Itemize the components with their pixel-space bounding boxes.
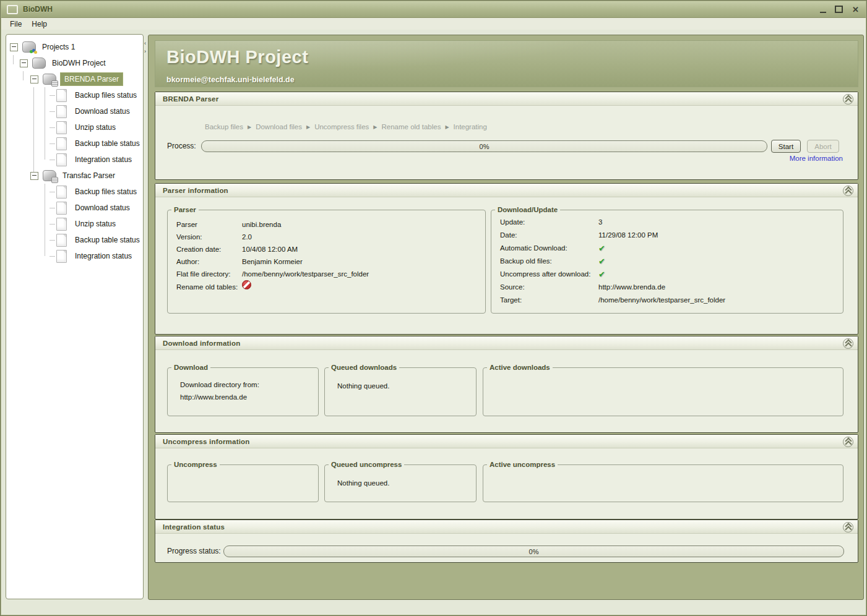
tree-node-label[interactable]: BRENDA Parser [60, 72, 123, 86]
info-row: Creation date: 10/4/08 12:00 AM [168, 243, 485, 255]
minimize-icon[interactable] [820, 6, 826, 13]
maximize-icon[interactable] [835, 6, 843, 13]
tree-node-unzip-status[interactable]: Unzip status [6, 119, 143, 135]
tree-node-label[interactable]: Download status [72, 202, 132, 213]
field-label: Update: [500, 216, 598, 229]
section-download-information: Download information Download Download d… [155, 336, 858, 433]
tree-node-transfac-parser[interactable]: Transfac Parser [6, 168, 143, 184]
tree-node-label[interactable]: Transfac Parser [60, 170, 118, 181]
page-title: BioDWH Project [166, 47, 308, 67]
tree-node-projects[interactable]: Projects 1 [6, 39, 143, 55]
tree-node-backup-table-status[interactable]: Backup table status [6, 135, 143, 152]
tree-connector-stub [50, 240, 55, 241]
fieldset-legend: Queued downloads [329, 364, 399, 371]
tree-node-biodwh-project[interactable]: BioDWH Project [6, 55, 143, 71]
field-label: Target: [500, 294, 598, 307]
section-header: Download information [155, 336, 858, 350]
tree-connector-stub [50, 95, 55, 96]
project-root-icon [22, 41, 36, 53]
parser-badge-icon [51, 177, 58, 183]
window-controls: ✕ [820, 6, 866, 13]
abort-button[interactable]: Abort [807, 140, 839, 153]
tree-connector-stub [50, 224, 55, 225]
tree-node-label[interactable]: Backup files status [72, 186, 139, 197]
info-row: Backup old files: ✔ [491, 255, 843, 268]
parser-fieldset-rows: Parser unibi.brenda Version: 2.0 Creatio… [168, 213, 485, 293]
menu-help[interactable]: Help [28, 19, 51, 30]
tree-node-label[interactable]: Backup table status [72, 138, 142, 149]
info-row: Target: /home/benny/work/testparser_src_… [491, 294, 843, 307]
parser-icon [43, 74, 56, 85]
fieldset-legend: Uncompress [171, 461, 220, 468]
collapse-expander-icon[interactable] [30, 172, 38, 180]
collapse-section-icon[interactable] [843, 338, 853, 349]
info-row: Author: Benjamin Kormeier [168, 255, 485, 268]
tree-node-brenda-parser[interactable]: BRENDA Parser [6, 71, 143, 87]
section-parser-information: Parser information Parser Parser unibi.b… [155, 183, 858, 335]
tree-node-backup-table-status[interactable]: Backup table status [6, 232, 143, 248]
document-icon [56, 186, 67, 199]
splitter-collapse-right-icon[interactable]: › [142, 47, 148, 55]
collapse-section-icon[interactable] [843, 186, 853, 196]
splitter-collapse-left-icon[interactable]: ‹ [142, 39, 148, 47]
tree-node-backup-files-status[interactable]: Backup files status [6, 87, 143, 103]
tree-node-label[interactable]: Integration status [72, 250, 134, 262]
section-title: Parser information [163, 187, 228, 194]
tree-node-download-status[interactable]: Download status [6, 200, 143, 216]
project-tree: Projects 1 BioDWH Project BRENDA Parser … [6, 35, 143, 264]
tree-node-label[interactable]: Unzip status [72, 122, 118, 133]
fieldset-legend: Download/Update [495, 206, 560, 213]
tree-connector-stub [50, 192, 55, 192]
more-information-link[interactable]: More information [790, 155, 843, 162]
document-icon [56, 218, 67, 231]
step-arrow-icon: ▶ [373, 124, 377, 130]
active-downloads-fieldset: Active downloads [483, 364, 843, 416]
collapse-section-icon[interactable] [843, 437, 853, 447]
tree-node-label[interactable]: Integration status [72, 154, 134, 165]
step-arrow-icon: ▶ [248, 124, 251, 130]
field-label: Uncompress after download: [500, 268, 598, 281]
collapse-expander-icon[interactable] [30, 75, 38, 83]
process-row: Process: 0% Start Abort [155, 140, 858, 152]
tree-node-label[interactable]: Download status [72, 106, 132, 117]
section-title: Integration status [163, 523, 225, 531]
tree-node-label[interactable]: Backup files status [72, 90, 139, 101]
field-value: unibi.brenda [242, 218, 485, 231]
main-panel: BioDWH Project bkormeie@techfak.uni-biel… [148, 35, 864, 600]
collapse-expander-icon[interactable] [10, 43, 18, 51]
field-label: Flat file directory: [176, 268, 242, 280]
process-steps: Backup files ▶ Download files ▶ Uncompre… [205, 123, 487, 130]
queued-uncompress-fieldset: Queued uncompress Nothing queued. [324, 461, 477, 502]
tree-node-download-status[interactable]: Download status [6, 103, 143, 119]
close-icon[interactable]: ✕ [852, 6, 860, 13]
section-header: Parser information [155, 184, 858, 197]
parser-icon [43, 170, 56, 181]
section-title: BRENDA Parser [163, 95, 218, 103]
download-directory-line2: http://www.brenda.de [180, 391, 318, 403]
tree-node-unzip-status[interactable]: Unzip status [6, 216, 143, 232]
tree-node-integration-status[interactable]: Integration status [6, 248, 143, 264]
tree-node-backup-files-status[interactable]: Backup files status [6, 184, 143, 200]
field-value: /home/benny/work/testparser_src_folder [598, 294, 843, 307]
info-row: Source: http://www.brenda.de [491, 281, 843, 294]
collapse-expander-icon[interactable] [20, 59, 28, 67]
collapse-section-icon[interactable] [843, 522, 853, 533]
section-uncompress-information: Uncompress information Uncompress Queued… [155, 434, 858, 520]
tree-connector-stub [50, 160, 55, 160]
collapse-section-icon[interactable] [843, 94, 853, 105]
tree-node-label[interactable]: Unzip status [72, 218, 118, 229]
title-bar[interactable]: BioDWH ✕ [1, 1, 866, 18]
menu-file[interactable]: File [6, 19, 25, 30]
deny-icon [242, 280, 485, 293]
field-label: Automatic Download: [500, 242, 598, 255]
download-fieldset: Download Download directory from: http:/… [167, 364, 319, 416]
start-button[interactable]: Start [771, 140, 801, 153]
tree-node-label[interactable]: BioDWH Project [50, 58, 108, 69]
info-row: Flat file directory: /home/benny/work/te… [168, 268, 485, 280]
info-row: Uncompress after download: ✔ [491, 268, 843, 281]
active-uncompress-text [483, 468, 843, 477]
tree-node-integration-status[interactable]: Integration status [6, 152, 143, 168]
tree-node-label[interactable]: Backup table status [72, 234, 142, 246]
fieldset-legend: Queued uncompress [329, 461, 404, 468]
tree-node-label[interactable]: Projects 1 [40, 41, 77, 53]
